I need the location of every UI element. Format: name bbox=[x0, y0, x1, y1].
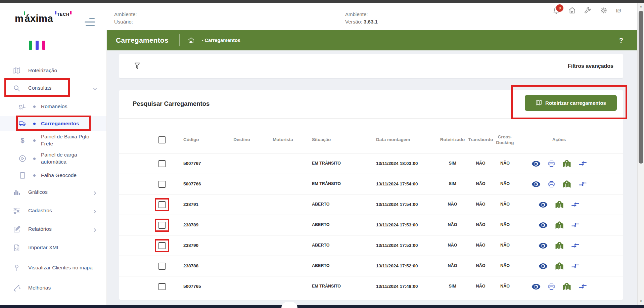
scroll-down-arrow[interactable]: ▼ bbox=[638, 300, 644, 303]
transfer-button[interactable] bbox=[579, 283, 587, 290]
row-checkbox[interactable] bbox=[158, 181, 166, 188]
versao-value: 3.63.1 bbox=[364, 19, 378, 25]
chevron-right-icon bbox=[93, 209, 97, 213]
cell-cross-docking: NÃO bbox=[495, 222, 515, 228]
scrollbar-thumb[interactable] bbox=[639, 11, 643, 164]
gear-icon[interactable] bbox=[600, 7, 607, 14]
cell-data-montagem: 13/11/2024 17:52:00 bbox=[368, 263, 438, 269]
versao-label: Versão: bbox=[345, 19, 362, 25]
map-button[interactable] bbox=[562, 160, 571, 168]
sidebar-item-carregamentos[interactable]: Carregamentos bbox=[0, 116, 106, 131]
view-button[interactable] bbox=[539, 222, 548, 228]
app-screen: máximaTECH Ambiente: Usuário: Ambiente: … bbox=[0, 0, 644, 308]
view-button[interactable] bbox=[539, 202, 548, 208]
transfer-button[interactable] bbox=[571, 222, 580, 228]
cell-situacao: ABERTO bbox=[302, 263, 368, 269]
row-checkbox[interactable] bbox=[158, 222, 166, 229]
row-actions bbox=[515, 160, 603, 168]
filter-funnel-icon[interactable] bbox=[134, 62, 140, 70]
sidebar-item-consultas[interactable]: Consultas bbox=[0, 79, 106, 97]
row-checkbox[interactable] bbox=[158, 160, 166, 167]
view-button[interactable] bbox=[539, 263, 548, 269]
sidebar-item-melhorias[interactable]: Melhorias bbox=[0, 279, 106, 297]
map-button[interactable] bbox=[555, 262, 564, 270]
sidebar-item-roteirizacao[interactable]: Roteirização bbox=[0, 62, 106, 79]
transfer-button[interactable] bbox=[579, 161, 587, 167]
help-button[interactable]: ? bbox=[619, 37, 623, 44]
table-row: 5007766EM TRÂNSITO13/11/2024 17:54:00SIM… bbox=[119, 174, 623, 194]
sidebar-item-importar-xml[interactable]: Importar XML bbox=[0, 238, 106, 257]
transfer-button[interactable] bbox=[571, 202, 580, 208]
sidebar-item-graficos[interactable]: Gráficos bbox=[0, 183, 106, 202]
view-button[interactable] bbox=[532, 284, 541, 290]
row-checkbox[interactable] bbox=[158, 201, 166, 208]
select-all-checkbox[interactable] bbox=[158, 136, 166, 143]
row-checkbox[interactable] bbox=[158, 283, 166, 290]
sidebar-item-visualizar-clientes-no-mapa[interactable]: Visualizar Clientes no mapa bbox=[0, 257, 106, 279]
wrench-icon[interactable] bbox=[584, 7, 592, 14]
notifications-bell-icon[interactable]: 0 bbox=[553, 7, 560, 14]
cell-codigo: 5007765 bbox=[176, 284, 220, 290]
menu-toggle-icon[interactable] bbox=[85, 18, 95, 26]
cell-codigo: 238789 bbox=[176, 222, 220, 228]
table-row: 5007767EM TRÂNSITO13/11/2024 18:03:00SIM… bbox=[119, 153, 623, 174]
transfer-button[interactable] bbox=[579, 181, 587, 187]
column-header-cross-docking: Cross-Docking bbox=[495, 134, 515, 146]
print-button[interactable] bbox=[548, 283, 555, 290]
map-button[interactable] bbox=[555, 241, 564, 250]
eye-icon bbox=[532, 284, 541, 290]
sidebar-item-cadastros[interactable]: Cadastros bbox=[0, 202, 106, 220]
print-button[interactable] bbox=[548, 160, 555, 167]
cell-codigo: 238790 bbox=[176, 243, 220, 249]
transfer-button[interactable] bbox=[571, 263, 580, 269]
vertical-scrollbar[interactable]: ▲ ▼ bbox=[637, 3, 644, 308]
app-header: máximaTECH Ambiente: Usuário: Ambiente: … bbox=[0, 3, 637, 30]
cell-cross-docking: NÃO bbox=[495, 202, 515, 207]
map-button[interactable] bbox=[562, 282, 571, 291]
filter-bar: Filtros avançados bbox=[119, 54, 623, 78]
sidebar-item-relatorios[interactable]: Relatórios bbox=[0, 220, 106, 238]
cell-data-montagem: 13/11/2024 17:48:00 bbox=[368, 284, 438, 290]
breadcrumb-home-icon[interactable] bbox=[188, 37, 194, 44]
sidebar-item-falha-geocode[interactable]: Falha Geocode bbox=[0, 168, 106, 183]
advanced-filters-link[interactable]: Filtros avançados bbox=[568, 63, 613, 69]
sidebar-item-painel-de-baixa-pgto-frete[interactable]: $Painel de Baixa Pgto Frete bbox=[0, 131, 106, 149]
environment-info: Ambiente: Usuário: bbox=[114, 11, 137, 26]
logo-bar-green bbox=[29, 41, 32, 50]
cell-roteirizado: SIM bbox=[438, 181, 467, 187]
transfer-button[interactable] bbox=[571, 243, 580, 249]
table-body: 5007767EM TRÂNSITO13/11/2024 18:03:00SIM… bbox=[119, 153, 623, 297]
sidebar-item-romaneios[interactable]: Romaneios bbox=[0, 97, 106, 116]
route-loads-button[interactable]: Roteirizar carregamentos bbox=[525, 95, 617, 111]
sidebar-item-label: Cadastros bbox=[28, 207, 61, 214]
cell-data-montagem: 13/11/2024 18:03:00 bbox=[368, 161, 438, 167]
truck-icon bbox=[18, 120, 27, 128]
table-row: 238788ABERTO13/11/2024 17:52:00NÃONÃONÃO bbox=[119, 256, 623, 276]
search-results-card: Pesquisar Carregamentos Roteirizar carre… bbox=[119, 90, 623, 300]
map-button[interactable] bbox=[562, 180, 571, 188]
scroll-up-arrow[interactable]: ▲ bbox=[638, 5, 644, 8]
map-button[interactable] bbox=[555, 201, 564, 209]
view-button[interactable] bbox=[532, 181, 541, 187]
cell-roteirizado: NÃO bbox=[438, 222, 467, 228]
view-button[interactable] bbox=[539, 243, 548, 249]
sidebar-item-painel-de-carga-automatica[interactable]: Painel de carga automática bbox=[0, 149, 106, 168]
view-button[interactable] bbox=[532, 161, 541, 167]
print-button[interactable] bbox=[548, 181, 555, 188]
shekel-icon[interactable]: ₪ bbox=[616, 7, 623, 14]
eye-icon bbox=[532, 181, 541, 187]
ambiente-label: Ambiente: bbox=[114, 11, 137, 18]
home-icon[interactable] bbox=[568, 7, 576, 14]
row-checkbox[interactable] bbox=[158, 263, 166, 270]
transfer-arrows-icon bbox=[571, 202, 580, 208]
notification-badge: 0 bbox=[556, 4, 563, 12]
column-header-acoes: Ações bbox=[515, 137, 603, 143]
row-checkbox[interactable] bbox=[158, 242, 166, 249]
cell-roteirizado: SIM bbox=[438, 284, 467, 289]
map-button[interactable] bbox=[555, 221, 564, 229]
cell-roteirizado: NÃO bbox=[438, 243, 467, 248]
cell-cross-docking: NÃO bbox=[495, 263, 515, 269]
row-actions bbox=[515, 180, 603, 188]
chevron-right-icon bbox=[93, 227, 97, 231]
cell-situacao: ABERTO bbox=[302, 243, 368, 248]
